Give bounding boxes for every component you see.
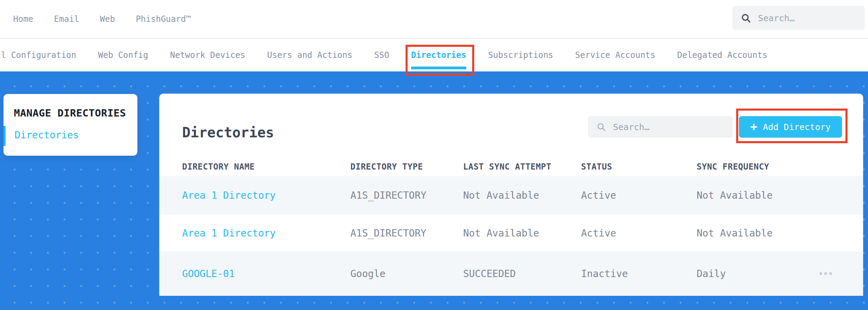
plus-icon: + bbox=[750, 121, 757, 132]
topnav-item-web[interactable]: Web bbox=[100, 14, 115, 24]
global-search[interactable] bbox=[732, 6, 865, 30]
table-header-row: DIRECTORY NAME DIRECTORY TYPE LAST SYNC … bbox=[159, 157, 863, 176]
column-status: STATUS bbox=[581, 162, 697, 172]
column-sync-frequency: SYNC FREQUENCY bbox=[697, 162, 819, 172]
directory-type-cell: Google bbox=[350, 268, 463, 279]
directories-search[interactable] bbox=[588, 116, 733, 138]
directories-table: DIRECTORY NAME DIRECTORY TYPE LAST SYNC … bbox=[159, 157, 863, 296]
search-icon bbox=[741, 13, 751, 23]
last-sync-cell: SUCCEEDED bbox=[463, 268, 581, 279]
status-cell: Active bbox=[581, 227, 697, 239]
ellipsis-icon[interactable] bbox=[819, 270, 833, 277]
directory-name-link[interactable]: Area 1 Directory bbox=[182, 190, 350, 201]
topnav-item-home[interactable]: Home bbox=[13, 14, 33, 24]
page: Home Email Web PhishGuard™ l Configurati… bbox=[0, 0, 868, 310]
tab-email-configuration[interactable]: l Configuration bbox=[1, 50, 76, 60]
sync-frequency-cell: Daily bbox=[697, 268, 819, 279]
search-icon bbox=[596, 122, 606, 132]
tab-users-and-actions[interactable]: Users and Actions bbox=[267, 50, 352, 60]
tab-delegated-accounts[interactable]: Delegated Accounts bbox=[677, 50, 767, 60]
content-canvas: MANAGE DIRECTORIES Directories Directori… bbox=[0, 71, 868, 310]
table-row: Area 1 Directory A1S_DIRECTORY Not Avail… bbox=[159, 215, 863, 251]
section-tab-bar: l Configuration Web Config Network Devic… bbox=[0, 39, 868, 71]
sidebar-item-directories[interactable]: Directories bbox=[3, 129, 137, 141]
tab-sso[interactable]: SSO bbox=[374, 50, 389, 60]
tab-service-accounts[interactable]: Service Accounts bbox=[575, 50, 655, 60]
top-bar: Home Email Web PhishGuard™ bbox=[0, 0, 868, 39]
table-row: GOOGLE-01 Google SUCCEEDED Inactive Dail… bbox=[159, 251, 863, 296]
add-directory-label: Add Directory bbox=[763, 122, 831, 132]
sync-frequency-cell: Not Available bbox=[697, 227, 819, 239]
status-cell: Inactive bbox=[581, 268, 697, 279]
last-sync-cell: Not Available bbox=[463, 227, 581, 239]
add-directory-button[interactable]: + Add Directory bbox=[739, 116, 842, 138]
tab-web-config[interactable]: Web Config bbox=[98, 50, 148, 60]
manage-directories-card: MANAGE DIRECTORIES Directories bbox=[3, 94, 137, 156]
last-sync-cell: Not Available bbox=[463, 190, 581, 201]
directories-panel: Directories + Add Directory DIRECTORY NA… bbox=[159, 94, 863, 296]
directory-type-cell: A1S_DIRECTORY bbox=[350, 227, 463, 239]
column-directory-type: DIRECTORY TYPE bbox=[350, 162, 463, 172]
column-directory-name: DIRECTORY NAME bbox=[182, 162, 350, 172]
sync-frequency-cell: Not Available bbox=[697, 190, 819, 201]
global-search-input[interactable] bbox=[757, 13, 865, 24]
topnav-item-phishguard[interactable]: PhishGuard™ bbox=[136, 14, 191, 24]
directory-name-link[interactable]: GOOGLE-01 bbox=[182, 268, 350, 279]
tab-network-devices[interactable]: Network Devices bbox=[170, 50, 245, 60]
tab-directories[interactable]: Directories bbox=[411, 50, 466, 60]
status-cell: Active bbox=[581, 190, 697, 201]
active-item-indicator bbox=[3, 126, 6, 146]
page-title: Directories bbox=[182, 124, 274, 140]
directory-type-cell: A1S_DIRECTORY bbox=[350, 190, 463, 201]
side-card-title: MANAGE DIRECTORIES bbox=[3, 94, 137, 119]
topnav-item-email[interactable]: Email bbox=[54, 14, 79, 24]
top-nav: Home Email Web PhishGuard™ bbox=[13, 0, 191, 38]
column-last-sync-attempt: LAST SYNC ATTEMPT bbox=[463, 162, 581, 172]
directory-name-link[interactable]: Area 1 Directory bbox=[182, 227, 350, 239]
table-row: Area 1 Directory A1S_DIRECTORY Not Avail… bbox=[159, 176, 863, 215]
tab-subscriptions[interactable]: Subscriptions bbox=[488, 50, 553, 60]
directories-search-input[interactable] bbox=[612, 122, 733, 132]
